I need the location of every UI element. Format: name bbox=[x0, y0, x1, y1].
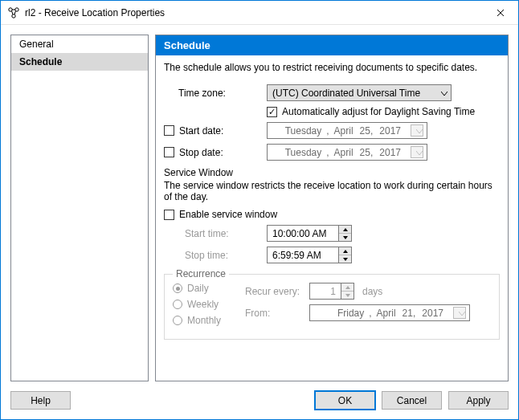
start-date-label: Start date: bbox=[179, 125, 223, 137]
service-window-description: The service window restricts the receive… bbox=[164, 180, 500, 202]
sidebar-item-schedule[interactable]: Schedule bbox=[11, 53, 148, 71]
cancel-button[interactable]: Cancel bbox=[382, 391, 442, 410]
chevron-down-icon bbox=[416, 125, 423, 137]
stop-time-row: Stop time: 6:59:59 AM bbox=[164, 247, 500, 263]
start-date-field[interactable]: Tuesday , April 25, 2017 bbox=[267, 122, 427, 139]
spinner-up-icon[interactable] bbox=[339, 226, 351, 234]
recur-unit-label: days bbox=[362, 286, 382, 297]
stop-time-spinner[interactable] bbox=[339, 247, 352, 263]
calendar-icon[interactable] bbox=[453, 307, 466, 319]
radio-icon bbox=[173, 283, 182, 293]
spinner-down-icon[interactable] bbox=[339, 255, 351, 263]
stop-date-field[interactable]: Tuesday , April 25, 2017 bbox=[267, 144, 427, 161]
recurrence-monthly[interactable]: Monthly bbox=[173, 315, 237, 326]
panel-header: Schedule bbox=[156, 35, 508, 55]
stop-time-label: Stop time: bbox=[164, 250, 267, 261]
titlebar: rl2 - Receive Location Properties bbox=[1, 1, 518, 25]
stop-date-label: Stop date: bbox=[179, 147, 223, 158]
dialog-footer: Help OK Cancel Apply bbox=[1, 385, 518, 419]
auto-dst-label: Automatically adjust for Daylight Saving… bbox=[282, 106, 475, 117]
auto-dst-row: Automatically adjust for Daylight Saving… bbox=[164, 106, 500, 117]
chevron-down-icon bbox=[441, 88, 447, 99]
enable-service-window-label: Enable service window bbox=[179, 209, 277, 220]
calendar-icon[interactable] bbox=[411, 124, 423, 137]
radio-icon bbox=[173, 316, 182, 325]
dialog-body: General Schedule Schedule The schedule a… bbox=[1, 25, 518, 385]
timezone-dropdown[interactable]: (UTC) Coordinated Universal Time bbox=[267, 84, 452, 101]
service-window-title: Service Window bbox=[164, 167, 500, 178]
recurrence-weekly[interactable]: Weekly bbox=[173, 299, 237, 310]
calendar-icon[interactable] bbox=[411, 146, 423, 158]
start-time-spinner[interactable] bbox=[339, 225, 352, 242]
start-time-row: Start time: 10:00:00 AM bbox=[164, 225, 500, 242]
app-icon bbox=[7, 6, 20, 19]
start-time-label: Start time: bbox=[164, 228, 267, 239]
recur-every-label: Recur every: bbox=[245, 286, 309, 297]
timezone-label: Time zone: bbox=[164, 88, 267, 99]
sidebar-item-general[interactable]: General bbox=[11, 35, 148, 53]
spinner-up-icon[interactable] bbox=[341, 283, 353, 292]
stop-date-row: Stop date: Tuesday , April 25, 2017 bbox=[164, 144, 500, 161]
start-time-field[interactable]: 10:00:00 AM bbox=[267, 225, 339, 242]
stop-date-checkbox[interactable] bbox=[164, 147, 174, 157]
auto-dst-checkbox[interactable] bbox=[267, 107, 277, 117]
timezone-value: (UTC) Coordinated Universal Time bbox=[272, 88, 420, 99]
timezone-row: Time zone: (UTC) Coordinated Universal T… bbox=[164, 84, 500, 101]
close-button[interactable] bbox=[482, 1, 518, 25]
ok-button[interactable]: OK bbox=[315, 391, 375, 410]
from-date-field[interactable]: Friday , April 21, 2017 bbox=[309, 304, 470, 321]
main-panel: Schedule The schedule allows you to rest… bbox=[155, 35, 509, 381]
chevron-down-icon bbox=[459, 308, 465, 319]
recur-every-field[interactable]: 1 bbox=[309, 283, 341, 300]
panel-body: The schedule allows you to restrict rece… bbox=[156, 55, 508, 381]
stop-time-field[interactable]: 6:59:59 AM bbox=[267, 247, 339, 263]
start-date-checkbox[interactable] bbox=[164, 125, 174, 136]
start-date-row: Start date: Tuesday , April 25, 2017 bbox=[164, 122, 500, 139]
sidebar-item-label: Schedule bbox=[19, 56, 62, 67]
spinner-down-icon[interactable] bbox=[341, 292, 353, 299]
recur-every-spinner[interactable] bbox=[341, 283, 354, 300]
apply-button[interactable]: Apply bbox=[448, 391, 509, 410]
enable-service-window-row: Enable service window bbox=[164, 209, 500, 220]
spinner-up-icon[interactable] bbox=[339, 247, 351, 255]
panel-description: The schedule allows you to restrict rece… bbox=[164, 62, 500, 73]
recurrence-group: Recurrence Daily Weekly bbox=[164, 268, 500, 340]
recurrence-legend: Recurrence bbox=[173, 268, 229, 279]
chevron-down-icon bbox=[416, 147, 423, 158]
recurrence-daily[interactable]: Daily bbox=[173, 283, 237, 294]
enable-service-window-checkbox[interactable] bbox=[164, 210, 174, 220]
svg-point-2 bbox=[12, 14, 15, 17]
window-title: rl2 - Receive Location Properties bbox=[25, 7, 482, 18]
help-button[interactable]: Help bbox=[10, 391, 71, 410]
dialog-window: rl2 - Receive Location Properties Genera… bbox=[0, 0, 519, 420]
spinner-down-icon[interactable] bbox=[339, 234, 351, 241]
from-label: From: bbox=[245, 308, 309, 319]
sidebar-item-label: General bbox=[19, 39, 54, 50]
radio-icon bbox=[173, 300, 182, 309]
category-sidebar: General Schedule bbox=[10, 35, 149, 381]
